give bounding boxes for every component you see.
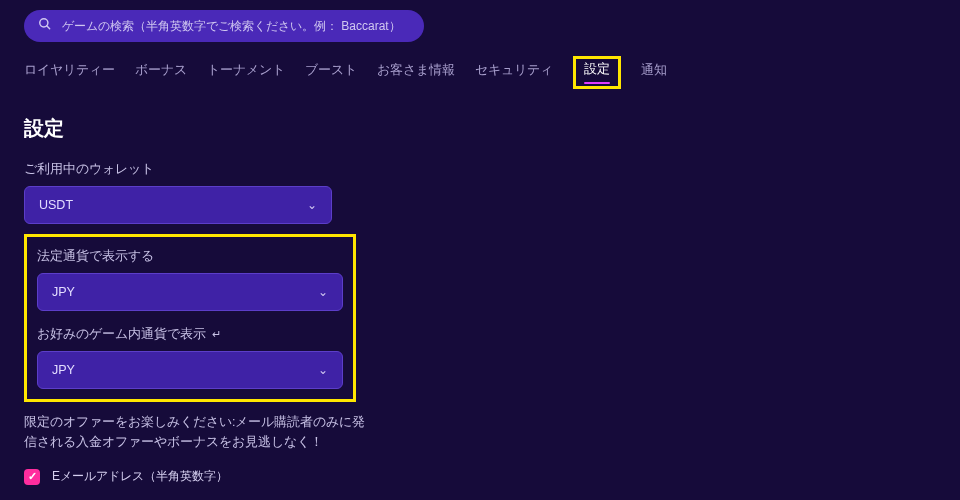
tab-settings[interactable]: 設定	[584, 61, 610, 82]
checkbox-label: Eメールアドレス（半角英数字）	[52, 468, 228, 485]
fiat-select[interactable]: JPY ⌄	[37, 273, 343, 311]
ingame-value: JPY	[52, 363, 75, 377]
return-icon: ↵	[212, 328, 221, 341]
chevron-down-icon: ⌄	[307, 198, 317, 212]
tab-boost[interactable]: ブースト	[305, 62, 357, 85]
search-input[interactable]	[62, 19, 410, 33]
ingame-label: お好みのゲーム内通貨で表示	[37, 325, 206, 343]
chevron-down-icon: ⌄	[318, 285, 328, 299]
page-title: 設定	[24, 115, 936, 142]
fiat-value: JPY	[52, 285, 75, 299]
search-bar[interactable]	[24, 10, 424, 42]
wallet-value: USDT	[39, 198, 73, 212]
wallet-label: ご利用中のウォレット	[24, 160, 936, 178]
chevron-down-icon: ⌄	[318, 363, 328, 377]
search-icon	[38, 17, 52, 35]
fiat-label: 法定通貨で表示する	[37, 247, 343, 265]
tab-customer-info[interactable]: お客さま情報	[377, 62, 455, 85]
wallet-select[interactable]: USDT ⌄	[24, 186, 332, 224]
checkbox-icon: ✓	[24, 469, 40, 485]
tab-notifications[interactable]: 通知	[641, 62, 667, 85]
tab-tournament[interactable]: トーナメント	[207, 62, 285, 85]
highlight-currency-group: 法定通貨で表示する JPY ⌄ お好みのゲーム内通貨で表示 ↵ JPY ⌄	[24, 234, 356, 402]
account-tabs: ロイヤリティー ボーナス トーナメント ブースト お客さま情報 セキュリティ 設…	[24, 62, 936, 89]
svg-line-1	[47, 26, 50, 29]
tab-loyalty[interactable]: ロイヤリティー	[24, 62, 115, 85]
ingame-select[interactable]: JPY ⌄	[37, 351, 343, 389]
tab-security[interactable]: セキュリティ	[475, 62, 553, 85]
offers-description: 限定のオファーをお楽しみください:メール購読者のみに発 信される入金オファーやボ…	[24, 412, 404, 452]
highlight-tab-settings: 設定	[573, 56, 621, 89]
tab-bonus[interactable]: ボーナス	[135, 62, 187, 85]
checkbox-email[interactable]: ✓ Eメールアドレス（半角英数字）	[24, 468, 936, 485]
